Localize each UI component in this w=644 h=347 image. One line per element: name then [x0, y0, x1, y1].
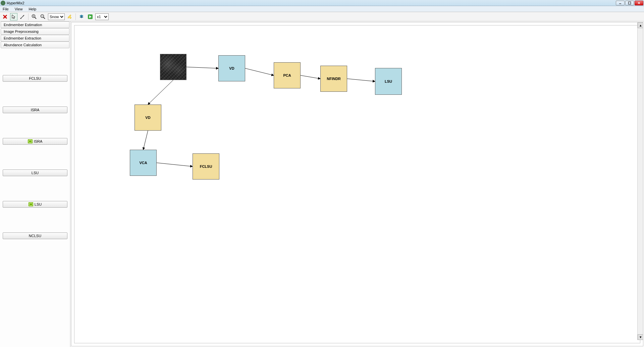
node-lsu[interactable]: LSU [375, 68, 402, 95]
sidebar-btn-isra[interactable]: ISRA [3, 107, 67, 113]
menu-view[interactable]: View [13, 7, 24, 11]
sidebar-btn-label: LSU [32, 171, 39, 175]
node-image[interactable] [160, 54, 186, 80]
sidebar-btn-label: LSU [35, 202, 42, 206]
layers-icon[interactable] [78, 13, 85, 20]
toolbar: Snow x1 [0, 12, 644, 21]
sidebar-btn-label: ISRA [34, 139, 43, 143]
minimize-button[interactable] [616, 1, 625, 5]
menu-file[interactable]: File [1, 7, 10, 11]
scroll-down-icon[interactable]: ▾ [638, 334, 643, 340]
sidebar-header-image-preprocessing[interactable]: Image Preprocessing [1, 28, 69, 35]
pointer-icon[interactable] [10, 13, 17, 20]
edge-nfindr-lsu [347, 79, 375, 81]
svg-point-7 [20, 18, 21, 19]
maximize-button[interactable] [625, 1, 634, 5]
app-icon [1, 1, 5, 5]
edges-layer [74, 25, 640, 343]
node-fclsu[interactable]: FCLSU [193, 153, 219, 180]
sidebar-btn-fclsu[interactable]: FCLSU [3, 75, 67, 82]
gpu-icon [29, 202, 33, 206]
titlebar: HyperMix2 [0, 0, 644, 6]
node-vca[interactable]: VCA [130, 150, 157, 176]
node-nfindr[interactable]: NFINDR [320, 66, 347, 92]
zoom-out-icon[interactable] [39, 13, 47, 20]
gpu-icon [28, 139, 33, 143]
menubar: File View Help [0, 6, 644, 12]
sidebar-btn-lsu-gpu[interactable]: LSU [3, 201, 67, 208]
zoom-select[interactable]: x1 [95, 13, 109, 20]
svg-rect-1 [629, 2, 631, 4]
edge-image-vd1 [186, 67, 218, 68]
close-button[interactable] [635, 1, 643, 5]
highlight-icon[interactable] [66, 13, 73, 20]
sidebar-btn-label: NCLSU [29, 234, 41, 238]
canvas-inner[interactable]: VDPCANFINDRLSUVDVCAFCLSU [74, 25, 640, 343]
edge-image-vd2 [148, 80, 173, 105]
background-select[interactable]: Snow [48, 13, 65, 20]
edge-vca-fclsu [157, 163, 193, 166]
window-controls [616, 1, 643, 5]
sidebar-btn-isra-gpu[interactable]: ISRA [3, 138, 67, 145]
delete-icon[interactable] [1, 13, 9, 20]
sidebar-header-abundance-calculation[interactable]: Abundance Calculation [1, 42, 69, 48]
sidebar-btn-lsu[interactable]: LSU [3, 169, 67, 176]
svg-line-14 [44, 17, 45, 19]
node-vd2[interactable]: VD [135, 105, 161, 131]
window-title: HyperMix2 [7, 1, 616, 5]
sidebar-btn-nclsu[interactable]: NCLSU [3, 232, 67, 239]
canvas[interactable]: VDPCANFINDRLSUVDVCAFCLSU ▴ ▾ [71, 22, 643, 346]
connect-icon[interactable] [19, 13, 26, 20]
sidebar-header-endmember-extraction[interactable]: Endmember Extraction [1, 35, 69, 42]
sidebar: Endmember Estimation Image Preprocessing… [0, 21, 70, 347]
svg-line-10 [35, 17, 37, 19]
vertical-scrollbar[interactable]: ▴ ▾ [637, 22, 643, 340]
sidebar-header-endmember-estimation[interactable]: Endmember Estimation [1, 21, 69, 28]
edge-pca-nfindr [301, 75, 320, 79]
node-vd1[interactable]: VD [218, 55, 245, 81]
edge-vd2-vca [143, 131, 148, 150]
sidebar-content: FCLSU ISRA ISRA LSU LSU NCLSU [0, 48, 70, 347]
scroll-up-icon[interactable]: ▴ [638, 22, 643, 28]
edge-vd1-pca [245, 68, 274, 75]
zoom-in-icon[interactable] [31, 13, 38, 20]
run-icon[interactable] [87, 13, 94, 20]
main: Endmember Estimation Image Preprocessing… [0, 21, 644, 347]
menu-help[interactable]: Help [27, 7, 38, 11]
sidebar-btn-label: FCLSU [29, 76, 41, 80]
sidebar-btn-label: ISRA [31, 108, 40, 112]
node-pca[interactable]: PCA [274, 62, 301, 88]
